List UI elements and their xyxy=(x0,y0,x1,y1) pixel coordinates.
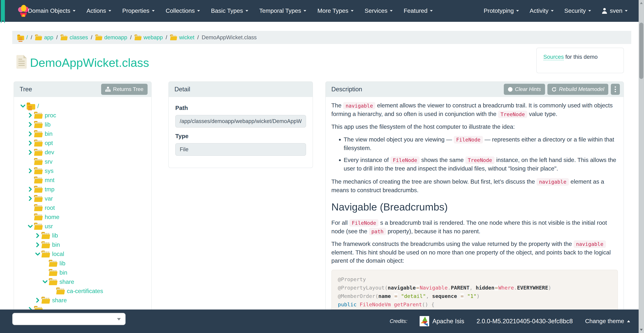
tree-node-link[interactable]: var xyxy=(44,195,53,202)
nav-menu-properties[interactable]: Properties xyxy=(122,8,154,14)
tree-node-link[interactable]: share xyxy=(52,297,67,304)
tree-node-link[interactable]: lib xyxy=(52,232,58,239)
chevron-right-icon[interactable] xyxy=(28,112,33,118)
inline-code: TreeNode xyxy=(498,111,527,118)
breadcrumb-label: webapp xyxy=(144,34,163,41)
chevron-down-icon[interactable] xyxy=(42,279,48,285)
folder-root-icon xyxy=(17,35,24,40)
tree-node-link[interactable]: sys xyxy=(44,168,54,174)
tree-node-link[interactable]: local xyxy=(52,251,64,257)
folder-icon xyxy=(42,251,50,258)
breadcrumb-item[interactable]: demoapp xyxy=(95,34,127,41)
inline-code: path xyxy=(369,228,386,235)
nav-menu-security[interactable]: Security xyxy=(564,8,591,14)
nav-menu-featured[interactable]: Featured xyxy=(404,8,433,14)
tree-node-link[interactable]: mnt xyxy=(44,177,54,183)
breadcrumb-item[interactable]: app xyxy=(35,34,53,41)
breadcrumb-label: wicket xyxy=(179,34,194,41)
tree-node-link[interactable]: lib xyxy=(60,260,66,267)
navbar-menus-left: Domain ObjectsActionsPropertiesCollectio… xyxy=(28,0,433,22)
description-panel-header: Description Clear Hints Rebuild Metamode… xyxy=(326,82,624,97)
chevron-right-icon[interactable] xyxy=(28,140,33,146)
tree-node-link[interactable]: bin xyxy=(44,130,52,137)
more-actions-button[interactable] xyxy=(611,84,620,95)
folder-icon xyxy=(34,223,42,230)
breadcrumb-item[interactable]: classes xyxy=(60,34,88,41)
sources-link[interactable]: Sources xyxy=(544,54,564,60)
nav-menu-activity[interactable]: Activity xyxy=(530,8,554,14)
scrollbar-thumb[interactable] xyxy=(639,23,643,79)
chevron-right-icon[interactable] xyxy=(35,297,40,303)
chevron-right-icon[interactable] xyxy=(28,196,33,201)
nav-menu-more-types[interactable]: More Types xyxy=(317,8,354,14)
sources-box: Sources for this demo xyxy=(536,48,624,73)
chevron-right-icon[interactable] xyxy=(35,233,40,238)
tree-node-link[interactable]: proc xyxy=(44,112,56,119)
chevron-right-icon[interactable] xyxy=(28,186,33,192)
chevron-right-icon[interactable] xyxy=(28,168,33,174)
nav-menu-sven[interactable]: sven xyxy=(602,8,628,14)
tree-row: srv xyxy=(20,157,149,166)
tree-body: /proclibbinoptdevsrvsysmnttmpvarroothome… xyxy=(14,97,151,314)
change-theme-button[interactable]: Change theme xyxy=(585,318,630,324)
chevron-down-icon xyxy=(246,10,248,12)
tree-node-link[interactable]: srv xyxy=(44,158,52,165)
returns-tree-button[interactable]: Returns Tree xyxy=(101,84,148,95)
tree-node-link[interactable]: share xyxy=(60,278,74,285)
tree-node-link[interactable]: lib xyxy=(44,121,50,128)
chevron-right-icon[interactable] xyxy=(28,131,33,137)
tree-node-link[interactable]: usr xyxy=(44,223,53,230)
tree-row: bin xyxy=(20,268,149,277)
refresh-icon xyxy=(552,87,556,92)
app-logo-icon[interactable] xyxy=(18,5,29,17)
tree-node-link[interactable]: / xyxy=(37,103,39,109)
tree-node-link[interactable]: root xyxy=(44,204,55,211)
folder-icon xyxy=(49,260,57,267)
breadcrumb-item[interactable]: wicket xyxy=(170,34,194,41)
nav-menu-label: Collections xyxy=(166,8,195,14)
breadcrumb-separator: / xyxy=(130,34,132,41)
scroll-down-icon[interactable] xyxy=(640,329,643,331)
breadcrumb-item[interactable]: / xyxy=(17,34,28,41)
nav-menu-label: Activity xyxy=(530,8,548,14)
folder-icon xyxy=(34,112,42,119)
field-input-type[interactable]: File xyxy=(175,143,306,156)
nav-menu-basic-types[interactable]: Basic Types xyxy=(211,8,248,14)
chevron-down-icon[interactable] xyxy=(20,103,26,109)
nav-menu-services[interactable]: Services xyxy=(364,8,392,14)
chevron-down-icon[interactable] xyxy=(35,251,40,257)
tree-node-link[interactable]: ca-certificates xyxy=(67,288,103,294)
tree-node-link[interactable]: home xyxy=(44,214,59,220)
tree-node-link[interactable]: opt xyxy=(44,140,53,146)
rebuild-metamodel-button[interactable]: Rebuild Metamodel xyxy=(548,84,608,95)
nav-menu-actions[interactable]: Actions xyxy=(86,8,111,14)
list-item: Every instance of FileNode shows the sam… xyxy=(344,156,618,173)
tree-node-link[interactable]: bin xyxy=(52,241,60,248)
brand-link[interactable]: Apache Isis xyxy=(420,316,464,326)
detail-body: Path/app/classes/demoapp/webapp/wicket/D… xyxy=(169,97,312,168)
tree-node-select[interactable] xyxy=(12,313,126,325)
clear-hints-button[interactable]: Clear Hints xyxy=(504,84,545,95)
scroll-up-icon[interactable] xyxy=(640,2,643,4)
nav-menu-temporal-types[interactable]: Temporal Types xyxy=(259,8,306,14)
tree-row: var xyxy=(20,194,149,203)
apache-isis-logo-icon xyxy=(420,316,429,326)
nav-menu-prototyping[interactable]: Prototyping xyxy=(484,8,519,14)
chevron-right-icon[interactable] xyxy=(35,242,40,248)
nav-menu-domain-objects[interactable]: Domain Objects xyxy=(28,8,76,14)
chevron-right-icon[interactable] xyxy=(28,122,33,127)
breadcrumb-item[interactable]: webapp xyxy=(134,34,163,41)
field-input-path[interactable]: /app/classes/demoapp/webapp/wicket/DemoA… xyxy=(175,115,306,128)
brand-name: Apache Isis xyxy=(432,318,464,325)
page-scrollbar[interactable] xyxy=(639,0,644,333)
tree-node-link[interactable]: dev xyxy=(44,149,54,156)
tree-node-link[interactable]: bin xyxy=(60,269,68,276)
nav-menu-collections[interactable]: Collections xyxy=(166,8,200,14)
folder-icon xyxy=(34,204,42,211)
chevron-down-icon xyxy=(516,10,519,12)
caret-up-icon xyxy=(627,320,630,322)
chevron-down-icon xyxy=(108,10,111,12)
chevron-right-icon[interactable] xyxy=(28,149,33,155)
tree-node-link[interactable]: tmp xyxy=(44,186,54,193)
chevron-down-icon[interactable] xyxy=(28,223,33,229)
